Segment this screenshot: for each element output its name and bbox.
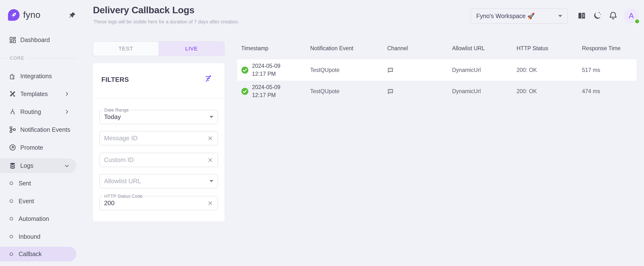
notification-event-cell: TestQUpote xyxy=(310,60,340,80)
date-range-select[interactable]: Date Range Today xyxy=(100,110,218,124)
sidebar-item-inbound[interactable]: Inbound xyxy=(0,230,76,242)
timestamp-cell: 2024-05-09 12:17 PM xyxy=(241,80,280,102)
sidebar-item-event[interactable]: Event xyxy=(0,195,76,207)
timestamp-time: 12:17 PM xyxy=(252,71,276,77)
allowlist-url-select[interactable]: Allowlist URL xyxy=(100,174,218,188)
environment-tabs: TEST LIVE xyxy=(93,42,224,56)
page-subtitle: These logs will be visible here for a du… xyxy=(94,19,239,24)
check-circle-icon xyxy=(241,66,248,74)
table-row[interactable]: 2024-05-09 12:17 PM TestQUpote DynamicUr… xyxy=(237,80,636,102)
sidebar-item-label: Callback xyxy=(18,250,42,258)
sidebar-item-label: Promote xyxy=(20,144,43,151)
sidebar-item-templates[interactable]: Templates xyxy=(0,88,76,100)
chevron-down-icon xyxy=(558,15,562,17)
avatar-initial: A xyxy=(629,12,634,20)
check-circle-icon xyxy=(241,88,248,95)
allowlist-url-placeholder: Allowlist URL xyxy=(104,178,141,185)
sidebar-item-label: Notification Events xyxy=(20,126,70,133)
http-status-code-field: HTTP Status Code xyxy=(100,196,218,210)
clear-x-icon[interactable] xyxy=(207,135,214,142)
sidebar-item-logs[interactable]: Logs xyxy=(0,158,76,173)
sidebar-item-automation[interactable]: Automation xyxy=(0,213,76,225)
chevron-down-icon[interactable] xyxy=(210,180,214,182)
filter-off-icon[interactable] xyxy=(204,74,212,82)
sidebar-item-label: Integrations xyxy=(20,73,52,80)
timestamp-time: 12:17 PM xyxy=(252,92,276,98)
filters-panel: FILTERS Date Range Today Allowlist URL H… xyxy=(93,63,224,221)
tools-cross-icon xyxy=(9,90,16,98)
sidebar-item-label: Logs xyxy=(20,162,33,169)
response-time-cell: 474 ms xyxy=(582,80,600,102)
timestamp-date: 2024-05-09 xyxy=(252,63,280,69)
column-header-allowlist-url: Allowlist URL xyxy=(452,44,485,53)
workflow-icon xyxy=(9,126,16,133)
sidebar-item-label: Dashboard xyxy=(20,36,50,44)
sidebar-item-label: Inbound xyxy=(18,233,40,240)
chat-bubble-icon xyxy=(387,60,394,80)
http-status-cell: 200: OK xyxy=(516,60,537,80)
workspace-selector[interactable]: Fyno's Workspace 🚀 xyxy=(471,8,568,24)
notifications-bell-icon[interactable] xyxy=(608,11,618,20)
sidebar-item-promote[interactable]: Promote xyxy=(0,142,76,154)
rocket-icon xyxy=(8,9,20,21)
clear-x-icon[interactable] xyxy=(207,157,214,163)
database-icon xyxy=(9,162,16,170)
pin-icon[interactable] xyxy=(68,11,76,20)
chat-bubble-icon xyxy=(387,80,394,102)
http-status-code-input[interactable] xyxy=(104,200,198,207)
tab-test[interactable]: TEST xyxy=(93,42,158,56)
docs-book-icon[interactable] xyxy=(577,11,586,20)
column-header-channel: Channel xyxy=(387,44,408,53)
dark-mode-moon-icon[interactable] xyxy=(592,11,602,20)
clear-x-icon[interactable] xyxy=(207,200,214,206)
allowlist-url-cell: DynamicUrl xyxy=(452,80,481,102)
sidebar-item-sent[interactable]: Sent xyxy=(0,177,76,189)
sidebar-item-label: Routing xyxy=(20,108,41,116)
http-status-code-label: HTTP Status Code xyxy=(102,194,144,199)
tab-live[interactable]: LIVE xyxy=(158,42,224,56)
timestamp-date: 2024-05-09 xyxy=(252,84,280,90)
sidebar-section-core: CORE xyxy=(0,56,76,60)
sidebar-item-label: Sent xyxy=(18,180,31,187)
response-time-cell: 517 ms xyxy=(582,60,600,80)
brand-name: fyno xyxy=(23,10,40,20)
workspace-name: Fyno's Workspace 🚀 xyxy=(476,12,535,20)
chevron-down-icon[interactable] xyxy=(210,116,214,118)
divider xyxy=(93,98,224,98)
bullet-circle-icon xyxy=(10,252,13,256)
sidebar-item-label: Automation xyxy=(18,215,49,222)
notification-event-cell: TestQUpote xyxy=(310,80,340,102)
column-header-notification-event: Notification Event xyxy=(310,44,354,53)
sidebar-item-notification-events[interactable]: Notification Events xyxy=(0,124,76,136)
dashboard-icon xyxy=(9,36,16,44)
bullet-circle-icon xyxy=(10,235,13,238)
puzzle-icon xyxy=(9,72,16,80)
timestamp-cell: 2024-05-09 12:17 PM xyxy=(241,60,280,80)
arrow-up-right-circle-icon xyxy=(9,144,16,151)
sidebar-item-routing[interactable]: Routing xyxy=(0,106,76,118)
column-header-response-time: Response Time xyxy=(582,44,620,53)
table-row[interactable]: 2024-05-09 12:17 PM TestQUpote DynamicUr… xyxy=(237,60,636,80)
bullet-circle-icon xyxy=(10,217,13,220)
date-range-label: Date Range xyxy=(102,108,130,113)
brand-logo[interactable]: fyno xyxy=(8,9,40,21)
sidebar-item-dashboard[interactable]: Dashboard xyxy=(0,34,76,46)
message-id-field xyxy=(100,131,218,145)
split-icon xyxy=(9,108,16,116)
page-title: Delivery Callback Logs xyxy=(93,5,194,16)
chevron-right-icon xyxy=(64,109,70,114)
bullet-circle-icon xyxy=(10,200,13,203)
sidebar-item-callback[interactable]: Callback xyxy=(0,247,76,262)
custom-id-input[interactable] xyxy=(104,156,198,164)
table-header: Timestamp Notification Event Channel All… xyxy=(237,44,636,53)
filters-heading: FILTERS xyxy=(102,76,129,84)
sidebar-item-label: Templates xyxy=(20,90,48,98)
sidebar-item-integrations[interactable]: Integrations xyxy=(0,70,76,82)
date-range-value: Today xyxy=(104,113,121,121)
chevron-right-icon xyxy=(64,91,70,96)
section-label: CORE xyxy=(10,56,24,61)
http-status-cell: 200: OK xyxy=(516,80,537,102)
message-id-input[interactable] xyxy=(104,134,198,142)
chevron-down-icon xyxy=(64,163,70,168)
custom-id-field xyxy=(100,153,218,167)
